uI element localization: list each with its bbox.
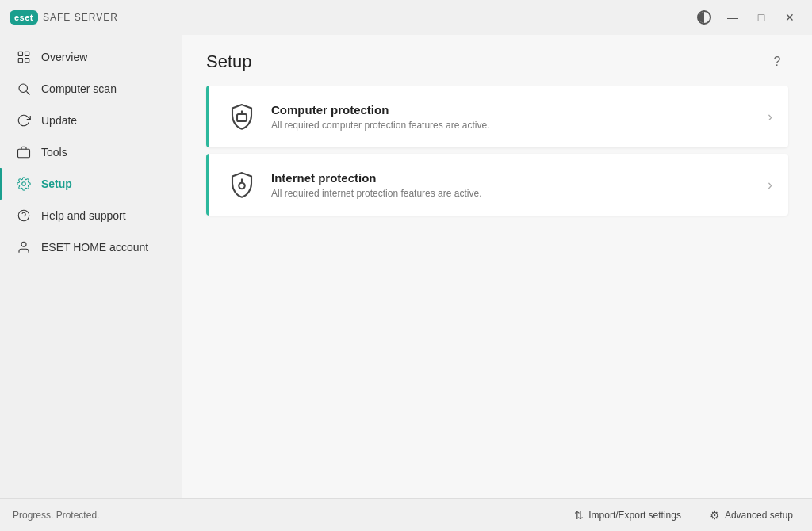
sidebar-label-overview: Overview	[41, 51, 87, 63]
minimize-button[interactable]: —	[720, 6, 745, 29]
eset-logo: eset SAFE SERVER	[10, 10, 118, 25]
close-icon: ✕	[785, 11, 795, 24]
svg-point-13	[239, 183, 245, 189]
svg-rect-1	[25, 52, 29, 55]
grid-icon	[16, 49, 32, 65]
svg-rect-3	[25, 59, 29, 63]
minimize-icon: —	[727, 11, 738, 24]
computer-protection-title: Computer protection	[271, 103, 760, 117]
import-export-button[interactable]: ⇅ Import/Export settings	[568, 506, 688, 525]
internet-protection-chevron: ›	[768, 177, 772, 193]
sidebar-item-eset-home[interactable]: ESET HOME account	[0, 231, 182, 263]
sidebar: Overview Computer scan Update Tools Setu	[0, 35, 182, 498]
contrast-icon	[697, 10, 711, 25]
svg-point-4	[19, 84, 28, 93]
svg-rect-11	[237, 114, 247, 121]
computer-protection-subtitle: All required computer protection feature…	[271, 120, 760, 131]
eset-logo-box: eset	[10, 10, 38, 25]
sidebar-item-update[interactable]: Update	[0, 105, 182, 136]
close-button[interactable]: ✕	[777, 6, 802, 29]
gear-icon: ⚙	[710, 509, 720, 521]
page-title: Setup	[206, 52, 252, 72]
footer-actions: ⇅ Import/Export settings ⚙ Advanced setu…	[568, 506, 799, 525]
computer-protection-chevron: ›	[768, 109, 772, 125]
briefcase-icon	[16, 144, 32, 160]
titlebar: eset SAFE SERVER — □ ✕	[0, 0, 812, 35]
footer: Progress. Protected. ⇅ Import/Export set…	[0, 498, 812, 531]
internet-shield-icon	[225, 168, 259, 201]
sidebar-item-computer-scan[interactable]: Computer scan	[0, 73, 182, 105]
help-button[interactable]: ?	[766, 51, 788, 73]
internet-protection-title: Internet protection	[271, 171, 760, 185]
user-icon	[16, 239, 32, 255]
contrast-button[interactable]	[691, 6, 717, 29]
svg-point-10	[21, 242, 26, 246]
maximize-button[interactable]: □	[749, 6, 774, 29]
app-body: Overview Computer scan Update Tools Setu	[0, 35, 812, 498]
internet-protection-subtitle: All required internet protection feature…	[271, 188, 760, 199]
sidebar-label-help-support: Help and support	[41, 209, 126, 222]
computer-protection-card[interactable]: Computer protection All required compute…	[206, 86, 788, 147]
app-name: SAFE SERVER	[43, 12, 118, 23]
import-export-icon: ⇅	[574, 509, 584, 521]
maximize-icon: □	[758, 11, 764, 24]
svg-point-7	[22, 182, 26, 186]
computer-protection-text: Computer protection All required compute…	[271, 103, 760, 131]
footer-status: Progress. Protected.	[13, 510, 99, 521]
advanced-setup-button[interactable]: ⚙ Advanced setup	[703, 506, 799, 525]
svg-rect-6	[18, 149, 30, 158]
settings-icon	[16, 176, 32, 192]
content-area: Setup ? Computer protection All required…	[182, 35, 812, 498]
sidebar-item-tools[interactable]: Tools	[0, 136, 182, 168]
sidebar-item-help-support[interactable]: Help and support	[0, 200, 182, 231]
svg-rect-0	[18, 52, 22, 55]
sidebar-label-tools: Tools	[41, 146, 67, 159]
advanced-setup-label: Advanced setup	[725, 510, 793, 521]
svg-line-5	[26, 91, 29, 94]
titlebar-left: eset SAFE SERVER	[10, 10, 118, 25]
sidebar-label-computer-scan: Computer scan	[41, 82, 117, 95]
svg-rect-2	[18, 59, 22, 63]
internet-protection-text: Internet protection All required interne…	[271, 171, 760, 199]
titlebar-controls: — □ ✕	[691, 6, 802, 29]
sidebar-label-eset-home: ESET HOME account	[41, 241, 148, 254]
sidebar-item-setup[interactable]: Setup	[0, 168, 182, 200]
sidebar-label-update: Update	[41, 114, 77, 127]
internet-protection-card[interactable]: Internet protection All required interne…	[206, 154, 788, 216]
content-header: Setup ?	[182, 35, 812, 86]
sidebar-item-overview[interactable]: Overview	[0, 41, 182, 73]
import-export-label: Import/Export settings	[588, 510, 681, 521]
content-main: Computer protection All required compute…	[182, 86, 812, 498]
sidebar-label-setup: Setup	[41, 178, 72, 190]
refresh-icon	[16, 113, 32, 128]
computer-shield-icon	[225, 100, 259, 133]
search-icon	[16, 81, 32, 97]
help-circle-icon	[16, 208, 32, 223]
svg-point-8	[18, 210, 29, 221]
